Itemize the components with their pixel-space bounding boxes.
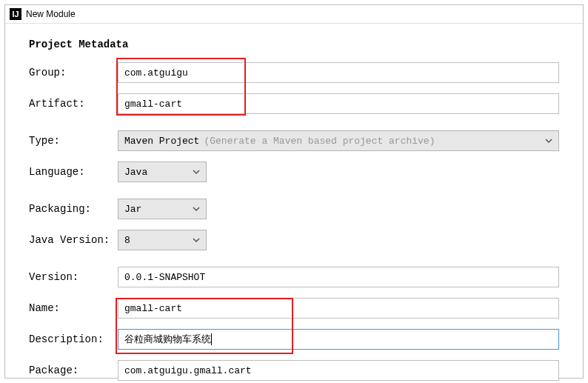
artifact-input[interactable] bbox=[118, 93, 559, 114]
description-input[interactable]: 谷粒商城购物车系统 bbox=[118, 329, 559, 350]
dialog-content: Project Metadata Group: Artifact: Type: bbox=[5, 24, 583, 383]
row-packaging: Packaging: Jar bbox=[29, 197, 559, 221]
label-artifact: Artifact: bbox=[29, 98, 118, 110]
text-cursor bbox=[211, 333, 212, 345]
label-version: Version: bbox=[29, 271, 118, 283]
chevron-down-icon bbox=[185, 170, 200, 174]
section-title: Project Metadata bbox=[29, 39, 559, 50]
row-package: Package: bbox=[29, 359, 559, 382]
packaging-value: Jar bbox=[124, 204, 141, 215]
label-language: Language: bbox=[29, 166, 118, 178]
group-input[interactable] bbox=[118, 62, 559, 83]
label-package: Package: bbox=[29, 364, 118, 376]
label-type: Type: bbox=[29, 135, 118, 147]
window-title: New Module bbox=[26, 9, 76, 19]
row-java-version: Java Version: 8 bbox=[29, 228, 559, 252]
label-description: Description: bbox=[29, 333, 118, 345]
label-packaging: Packaging: bbox=[29, 203, 118, 215]
package-input[interactable] bbox=[118, 360, 559, 381]
java-version-value: 8 bbox=[124, 235, 130, 246]
chevron-down-icon bbox=[185, 207, 200, 211]
language-value: Java bbox=[124, 167, 147, 178]
packaging-select[interactable]: Jar bbox=[118, 199, 207, 219]
intellij-icon: IJ bbox=[10, 8, 21, 20]
label-group: Group: bbox=[29, 67, 118, 79]
row-group: Group: bbox=[29, 61, 559, 84]
row-language: Language: Java bbox=[29, 160, 559, 184]
type-hint: (Generate a Maven based project archive) bbox=[204, 136, 435, 147]
row-artifact: Artifact: bbox=[29, 92, 559, 116]
label-name: Name: bbox=[29, 302, 118, 314]
label-java-version: Java Version: bbox=[29, 234, 118, 246]
row-version: Version: bbox=[29, 265, 559, 289]
chevron-down-icon bbox=[185, 238, 200, 242]
version-input[interactable] bbox=[118, 267, 559, 287]
type-select[interactable]: Maven Project (Generate a Maven based pr… bbox=[118, 130, 559, 151]
type-value: Maven Project bbox=[124, 136, 199, 147]
dialog-window: IJ New Module Project Metadata Group: Ar… bbox=[4, 4, 584, 379]
name-input[interactable] bbox=[118, 298, 559, 319]
form-area: Group: Artifact: Type: Maven Project ( bbox=[29, 61, 559, 382]
chevron-down-icon bbox=[538, 139, 552, 143]
java-version-select[interactable]: 8 bbox=[118, 230, 207, 250]
language-select[interactable]: Java bbox=[118, 161, 207, 182]
row-name: Name: bbox=[29, 296, 559, 320]
row-description: Description: 谷粒商城购物车系统 bbox=[29, 327, 559, 351]
row-type: Type: Maven Project (Generate a Maven ba… bbox=[29, 129, 559, 153]
description-value: 谷粒商城购物车系统 bbox=[124, 333, 211, 346]
titlebar: IJ New Module bbox=[5, 5, 583, 24]
